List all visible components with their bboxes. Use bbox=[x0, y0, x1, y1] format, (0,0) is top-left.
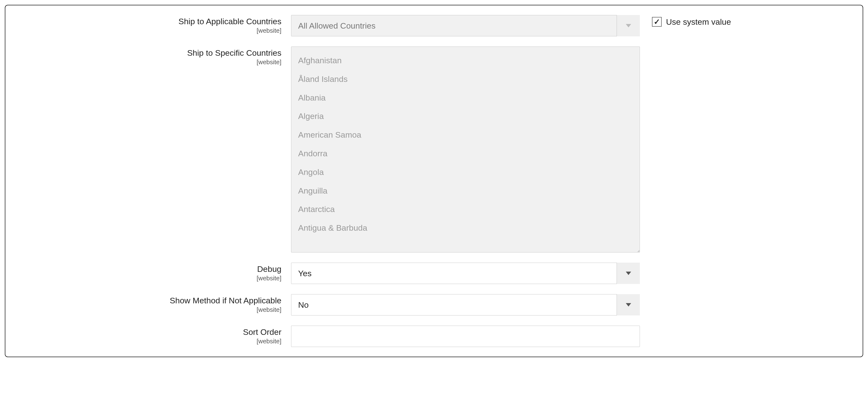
label-text: Sort Order bbox=[15, 327, 281, 337]
country-option[interactable]: Anguilla bbox=[298, 181, 633, 200]
select-value: Yes bbox=[291, 263, 640, 284]
svg-marker-0 bbox=[626, 24, 631, 27]
select-ship-applicable: All Allowed Countries bbox=[291, 15, 640, 36]
svg-marker-2 bbox=[626, 303, 631, 306]
row-ship-applicable: Ship to Applicable Countries [website] A… bbox=[15, 15, 853, 36]
sort-order-input[interactable] bbox=[291, 326, 640, 347]
chevron-down-icon bbox=[617, 15, 640, 36]
select-value: No bbox=[291, 294, 640, 315]
country-option[interactable]: Algeria bbox=[298, 107, 633, 125]
country-option[interactable]: Antigua & Barbuda bbox=[298, 218, 633, 237]
country-option[interactable]: American Samoa bbox=[298, 125, 633, 144]
use-system-label: Use system value bbox=[666, 17, 731, 27]
use-system-checkbox-wrap[interactable]: Use system value bbox=[652, 17, 731, 27]
scope-text: [website] bbox=[15, 274, 281, 282]
config-form: Ship to Applicable Countries [website] A… bbox=[5, 5, 863, 357]
label-text: Ship to Specific Countries bbox=[15, 48, 281, 58]
chevron-down-icon[interactable] bbox=[617, 294, 640, 315]
input-col: No bbox=[291, 294, 640, 315]
row-ship-specific: Ship to Specific Countries [website] Afg… bbox=[15, 47, 853, 252]
label-text: Ship to Applicable Countries bbox=[15, 17, 281, 26]
label-text: Debug bbox=[15, 264, 281, 274]
row-sort-order: Sort Order [website] bbox=[15, 326, 853, 347]
input-col: All Allowed Countries bbox=[291, 15, 640, 36]
row-debug: Debug [website] Yes bbox=[15, 263, 853, 284]
multiselect-countries[interactable]: AfghanistanÅland IslandsAlbaniaAlgeriaAm… bbox=[291, 47, 640, 252]
country-option[interactable]: Andorra bbox=[298, 144, 633, 163]
row-show-method: Show Method if Not Applicable [website] … bbox=[15, 294, 853, 315]
label-ship-applicable: Ship to Applicable Countries [website] bbox=[15, 15, 291, 34]
scope-text: [website] bbox=[15, 27, 281, 34]
use-system-col: Use system value bbox=[640, 15, 731, 27]
input-col bbox=[291, 326, 640, 347]
scope-text: [website] bbox=[15, 58, 281, 66]
country-option[interactable]: Angola bbox=[298, 163, 633, 181]
select-show-method[interactable]: No bbox=[291, 294, 640, 315]
scope-text: [website] bbox=[15, 337, 281, 345]
label-sort-order: Sort Order [website] bbox=[15, 326, 291, 345]
input-col: Yes bbox=[291, 263, 640, 284]
label-debug: Debug [website] bbox=[15, 263, 291, 282]
label-ship-specific: Ship to Specific Countries [website] bbox=[15, 47, 291, 66]
scope-text: [website] bbox=[15, 306, 281, 313]
country-option[interactable]: Afghanistan bbox=[298, 51, 633, 70]
chevron-down-icon[interactable] bbox=[617, 263, 640, 284]
country-option[interactable]: Åland Islands bbox=[298, 70, 633, 88]
use-system-checkbox[interactable] bbox=[652, 17, 662, 27]
svg-marker-1 bbox=[626, 272, 631, 275]
input-col: AfghanistanÅland IslandsAlbaniaAlgeriaAm… bbox=[291, 47, 640, 252]
country-option[interactable]: Antarctica bbox=[298, 200, 633, 218]
select-debug[interactable]: Yes bbox=[291, 263, 640, 284]
country-list: AfghanistanÅland IslandsAlbaniaAlgeriaAm… bbox=[291, 47, 640, 242]
label-text: Show Method if Not Applicable bbox=[15, 296, 281, 305]
country-option[interactable]: Albania bbox=[298, 88, 633, 107]
label-show-method: Show Method if Not Applicable [website] bbox=[15, 294, 291, 313]
select-value: All Allowed Countries bbox=[291, 15, 640, 36]
